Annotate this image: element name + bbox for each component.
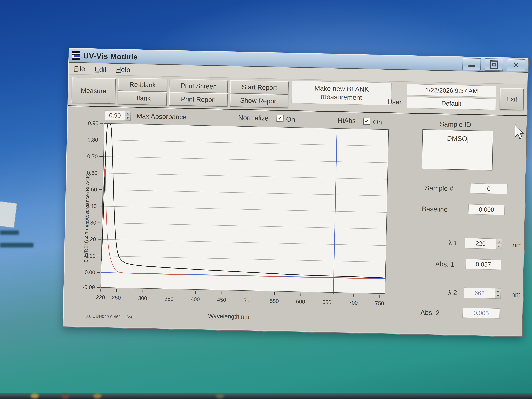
taskbar-app-icon[interactable]: [61, 393, 70, 399]
svg-text:600: 600: [296, 298, 305, 305]
baseline-label: Baseline: [422, 205, 448, 213]
reblank-button[interactable]: Re-blank: [118, 78, 167, 92]
normalize-label: Normalize: [238, 114, 269, 122]
hiabs-checkbox[interactable]: ✓: [363, 118, 370, 125]
close-button[interactable]: ✕: [507, 59, 526, 71]
taskbar-start-orb[interactable]: [31, 393, 39, 399]
datetime-field: 1/22/2026 9:37 AM: [407, 84, 496, 97]
restore-icon: [490, 60, 498, 69]
abs2-label: Abs. 2: [420, 308, 440, 317]
max-absorbance-label: Max Absorbance: [137, 112, 187, 121]
print-report-button[interactable]: Print Report: [169, 92, 228, 107]
hiabs-state: On: [373, 118, 382, 126]
abs2-field: 0.005: [462, 308, 500, 319]
desktop-icon-label-blur: [0, 230, 19, 235]
start-report-button[interactable]: Start Report: [230, 80, 289, 95]
mouse-cursor: [514, 124, 526, 140]
spin-up-icon[interactable]: ▲: [495, 288, 501, 294]
abs1-field: 0.057: [466, 259, 501, 270]
baseline-field[interactable]: 0.000: [468, 204, 505, 215]
text-caret: [468, 135, 469, 143]
normalize-checkbox[interactable]: ✓: [277, 115, 284, 122]
spin-down-icon[interactable]: ▼: [125, 116, 130, 120]
menu-file[interactable]: File: [74, 64, 85, 73]
svg-text:350: 350: [164, 296, 174, 302]
spin-down-icon[interactable]: ▼: [496, 244, 502, 249]
spectrum-plot: 0.900.800.700.600.500.400.300.200.100.00…: [70, 120, 392, 310]
svg-text:750: 750: [375, 300, 384, 306]
abs1-label: Abs. 1: [435, 260, 454, 268]
lambda2-value[interactable]: 662: [464, 287, 495, 299]
minimize-icon: [469, 65, 475, 67]
svg-text:0.90: 0.90: [88, 120, 99, 127]
uv-vis-module-window: UV-Vis Module ✕ File Edit Help Measure R…: [63, 48, 529, 337]
svg-text:450: 450: [217, 297, 226, 303]
menu-help[interactable]: Help: [116, 65, 130, 74]
main-panel: 0.90 ▲▼ Max Absorbance Normalize ✓ On Hi…: [63, 106, 527, 336]
spin-down-icon[interactable]: ▼: [495, 293, 501, 298]
desktop-icon-label-blur: [0, 243, 33, 247]
max-absorbance-value[interactable]: 0.90: [105, 110, 125, 120]
hiabs-label: HiAbs: [338, 116, 356, 125]
show-report-button[interactable]: Show Report: [230, 94, 288, 108]
blank-button[interactable]: Blank: [118, 91, 167, 105]
menu-edit[interactable]: Edit: [95, 65, 107, 73]
desktop-document-icon[interactable]: [0, 201, 17, 228]
svg-text:400: 400: [191, 296, 200, 302]
spinner-arrows[interactable]: ▲▼: [125, 111, 131, 120]
x-axis-label: Wavelength nm: [208, 312, 249, 320]
svg-text:300: 300: [138, 295, 147, 301]
lambda1-unit: nm: [512, 241, 522, 249]
chart-area: 0.900.800.700.600.500.400.300.200.100.00…: [70, 120, 412, 313]
measure-button[interactable]: Measure: [71, 77, 116, 104]
sample-num-label: Sample #: [425, 184, 453, 192]
svg-text:650: 650: [322, 299, 331, 305]
spinner-arrows[interactable]: ▲▼: [495, 288, 501, 299]
spinner-arrows[interactable]: ▲▼: [496, 239, 502, 249]
lambda2-unit: nm: [511, 291, 521, 298]
close-icon: ✕: [513, 61, 520, 70]
lambda2-label: λ 2: [448, 289, 457, 297]
taskbar-app-icon[interactable]: [216, 393, 224, 399]
lambda1-label: λ 1: [449, 239, 458, 247]
sample-id-input[interactable]: DMSO: [422, 129, 493, 171]
user-label: User: [387, 98, 402, 106]
sample-num-field[interactable]: 0: [470, 183, 507, 194]
taskbar-app-icon[interactable]: [93, 393, 101, 399]
svg-text:700: 700: [349, 300, 358, 306]
max-absorbance-spinner[interactable]: 0.90 ▲▼: [105, 110, 131, 120]
svg-text:500: 500: [243, 297, 253, 304]
lambda2-spinner[interactable]: 662 ▲▼: [464, 287, 501, 299]
user-field[interactable]: Default: [407, 97, 496, 110]
restore-button[interactable]: [485, 58, 503, 71]
taskbar[interactable]: [0, 393, 532, 399]
exit-button[interactable]: Exit: [500, 88, 524, 110]
version-text: 3.8.1 BH049 0.46/112/24: [85, 314, 133, 320]
print-screen-button[interactable]: Print Screen: [170, 79, 228, 94]
app-icon: [72, 51, 80, 60]
lambda1-value[interactable]: 220: [465, 238, 497, 249]
svg-text:250: 250: [112, 295, 121, 301]
minimize-button[interactable]: [462, 58, 481, 70]
spin-up-icon[interactable]: ▲: [125, 111, 130, 116]
status-message: Make new BLANK measurement: [291, 81, 392, 105]
sample-id-value: DMSO: [447, 134, 467, 142]
sample-id-label: Sample ID: [440, 120, 471, 129]
lambda1-spinner[interactable]: 220 ▲▼: [465, 238, 502, 249]
svg-text:550: 550: [270, 298, 279, 304]
svg-text:220: 220: [96, 294, 105, 300]
spin-up-icon[interactable]: ▲: [496, 239, 502, 244]
normalize-state: On: [286, 115, 295, 123]
